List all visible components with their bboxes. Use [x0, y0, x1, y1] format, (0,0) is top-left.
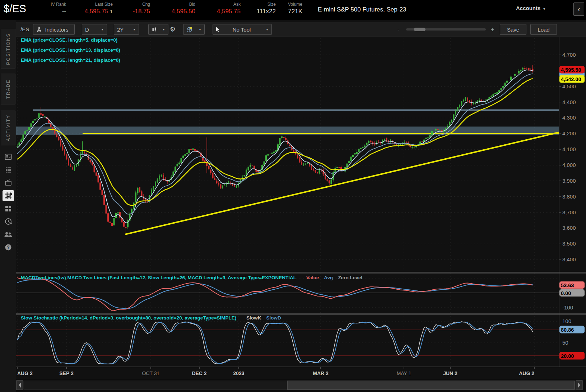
zoom-slider-thumb[interactable] — [414, 28, 425, 31]
accounts-label: Accounts — [516, 5, 540, 11]
quote-header: $/ES IV Rank--Last Size4,595.751Chg-18.7… — [0, 0, 586, 20]
range-dropdown[interactable]: 2Y▼ — [114, 24, 139, 35]
collapse-panel-button[interactable]: ‹ — [573, 3, 584, 16]
globe-grid-icon — [186, 27, 192, 33]
thinkorswim-app: { "header": { "symbol": "$/ES", "fields"… — [0, 0, 586, 392]
sidebar-tab-activity[interactable]: ACTIVITY — [1, 111, 15, 145]
load-button[interactable]: Load — [530, 24, 557, 35]
ema-label-3: EMA (price=CLOSE, length=21, displace=0) — [21, 57, 120, 63]
quote-field-chg: Chg-18.75 — [119, 1, 150, 16]
pane-divider-2 — [16, 313, 586, 315]
legend-avg: Avg — [324, 275, 333, 280]
time-label: AUG 2 — [17, 370, 33, 376]
svg-text:53.63: 53.63 — [561, 283, 574, 288]
chevron-down-icon: ▼ — [543, 7, 546, 11]
quote-field-ask: Ask4,595.75 — [202, 1, 241, 16]
time-label: SEP 2 — [59, 370, 74, 376]
indicators-button[interactable]: Indicators — [33, 24, 75, 35]
zoom-out-button[interactable]: - — [397, 27, 399, 33]
svg-text:50: 50 — [562, 340, 568, 346]
chart-type-dropdown[interactable]: ▼ — [148, 24, 168, 35]
svg-text:4,000: 4,000 — [562, 162, 576, 168]
svg-text:3,900: 3,900 — [562, 178, 576, 184]
legend-slowk: SlowK — [246, 315, 261, 321]
cursor-icon — [216, 27, 220, 32]
toolbar-symbol-label: /ES — [20, 26, 29, 32]
chevron-down-icon: ▼ — [162, 28, 165, 31]
history-clock-icon[interactable] — [0, 215, 16, 228]
svg-text:80.86: 80.86 — [561, 327, 574, 333]
chart-scrollbar — [16, 379, 586, 392]
svg-text:?: ? — [7, 245, 9, 250]
svg-text:4,542.00: 4,542.00 — [561, 76, 581, 82]
svg-text:3,600: 3,600 — [562, 225, 576, 231]
svg-text:4,100: 4,100 — [562, 146, 576, 152]
time-label: DEC 2 — [192, 370, 206, 376]
flask-icon — [36, 27, 42, 32]
chevron-down-icon: ▼ — [133, 28, 136, 31]
legend-value: Value — [306, 275, 319, 280]
time-label: MAR 2 — [313, 370, 329, 376]
time-label: MAY 1 — [397, 370, 411, 376]
time-label: 2023 — [233, 370, 244, 376]
news-icon[interactable] — [0, 151, 16, 163]
svg-text:3,400: 3,400 — [562, 256, 576, 262]
quote-field-last-size: Last Size4,595.751 — [73, 1, 113, 16]
tv-icon[interactable] — [0, 177, 16, 189]
ema-study-labels: EMA (price=CLOSE, length=5, displace=0)E… — [21, 37, 120, 67]
legend-zero-level: Zero Level — [338, 275, 362, 280]
pane-divider-1 — [16, 272, 586, 274]
macd-label-text: MACDTwoLines(tw) MACD Two Lines (Fast Le… — [21, 275, 296, 280]
svg-text:4,500: 4,500 — [562, 83, 576, 89]
stoch-label-text: Slow Stochastic (kPeriod=14, dPeriod=3, … — [21, 315, 236, 321]
time-label: JUN 2 — [443, 370, 457, 376]
sidebar-tab-positions[interactable]: POSITIONS — [1, 29, 15, 69]
time-label: OCT 31 — [142, 370, 160, 376]
svg-text:20.00: 20.00 — [561, 353, 574, 359]
chevron-down-icon: ▼ — [266, 28, 269, 31]
drawing-tool-dropdown[interactable]: No Tool▼ — [213, 24, 272, 35]
scrollbar-thumb[interactable] — [287, 381, 575, 389]
help-icon[interactable]: ? — [0, 241, 16, 253]
grid-icon[interactable] — [0, 202, 16, 215]
svg-text:4,200: 4,200 — [562, 130, 576, 136]
indicators-label: Indicators — [45, 27, 68, 33]
quote-fields: IV Rank--Last Size4,595.751Chg-18.75Bid4… — [42, 1, 302, 16]
quote-field-bid: Bid4,595.50 — [157, 1, 195, 16]
candlestick-icon — [152, 27, 157, 32]
charts-icon[interactable] — [0, 190, 16, 202]
svg-text:100: 100 — [562, 318, 571, 324]
save-button[interactable]: Save — [500, 24, 526, 35]
list-icon[interactable] — [0, 164, 16, 176]
chevron-down-icon: ▼ — [101, 28, 104, 31]
quote-field-iv-rank: IV Rank-- — [42, 1, 66, 16]
chevron-down-icon: ▼ — [199, 28, 201, 31]
zoom-in-button[interactable]: + — [491, 27, 494, 33]
legend-slowd: SlowD — [266, 315, 281, 321]
stoch-study-label: Slow Stochastic (kPeriod=14, dPeriod=3, … — [21, 315, 281, 321]
timeframe-dropdown[interactable]: D▼ — [82, 24, 107, 35]
chevron-left-icon: ‹ — [578, 5, 580, 13]
svg-text:4,595.50: 4,595.50 — [561, 67, 581, 73]
chart-background — [16, 37, 586, 392]
symbol-ticker: $/ES — [4, 3, 26, 15]
people-icon[interactable] — [0, 228, 16, 241]
svg-text:4,400: 4,400 — [562, 99, 576, 105]
quote-field-size: Size111x22 — [247, 1, 276, 16]
macd-study-label: MACDTwoLines(tw) MACD Two Lines (Fast Le… — [21, 275, 362, 280]
sidebar-tab-trade[interactable]: TRADE — [1, 74, 15, 104]
chart-panel: /ES Indicators D▼ 2Y▼ ▼ ⚙ — [16, 20, 586, 392]
chart-toolbar: /ES Indicators D▼ 2Y▼ ▼ ⚙ — [16, 22, 586, 37]
quote-field-volume: Volume721K — [282, 1, 302, 16]
chart-layout-dropdown[interactable]: ▼ — [183, 24, 205, 35]
instrument-title: E-mini S&P 500 Futures, Sep-23 — [318, 6, 406, 13]
left-sidebar: POSITIONS TRADE ACTIVITY — [0, 20, 16, 392]
svg-text:3,500: 3,500 — [562, 241, 576, 247]
time-label: AUG 2 — [519, 370, 534, 376]
svg-text:3,700: 3,700 — [562, 209, 576, 215]
settings-gear-icon[interactable]: ⚙ — [170, 25, 176, 33]
svg-text:4,300: 4,300 — [562, 115, 576, 121]
ema-label-1: EMA (price=CLOSE, length=5, displace=0) — [21, 37, 120, 43]
accounts-dropdown[interactable]: Accounts▼ — [516, 5, 546, 11]
chart-plot-area[interactable]: 4,7004,5004,4004,3004,2004,1004,0003,900… — [16, 37, 586, 392]
